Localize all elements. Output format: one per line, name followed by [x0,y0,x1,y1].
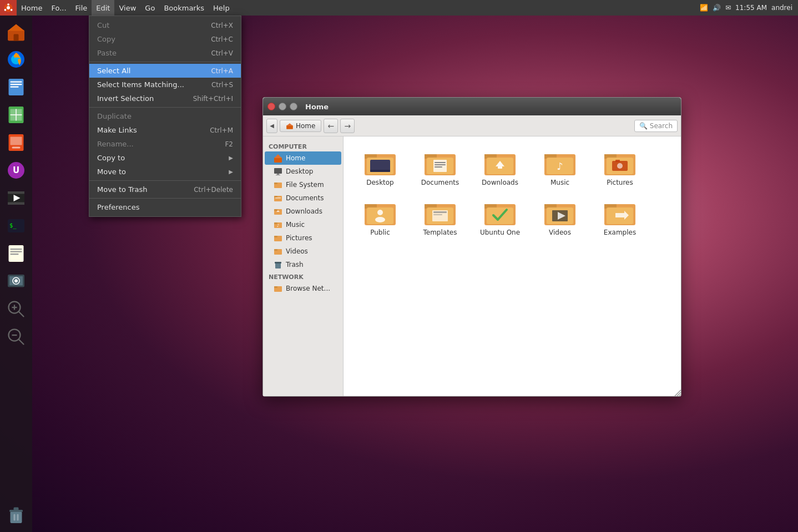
menu-help[interactable]: Help [209,0,234,16]
folder-downloads[interactable]: Downloads [472,145,528,191]
fm-sidebar-toggle[interactable]: ◀ [266,119,277,133]
menu-move-to-trash[interactable]: Move to Trash Ctrl+Delete [89,183,241,196]
sidebar-item-desktop[interactable]: Desktop [265,165,341,178]
svg-line-42 [19,340,24,344]
svg-rect-55 [276,175,280,175]
svg-rect-60 [275,197,281,199]
svg-rect-11 [11,82,22,83]
sidebar-item-network[interactable]: Browse Net... [265,282,341,295]
folder-videos[interactable]: Videos [532,195,588,241]
svg-point-1 [7,6,10,9]
folder-examples[interactable]: Examples [592,195,648,241]
folder-pictures[interactable]: Pictures [592,145,648,191]
sidebar-item-home[interactable]: Home [265,151,341,165]
svg-rect-57 [274,183,277,184]
separator-2 [89,107,241,108]
folder-public[interactable]: Public [352,195,408,241]
menu-move-to[interactable]: Move to ▶ [89,165,241,179]
sidebar-item-music[interactable]: ♪ Music [265,218,341,231]
menu-cut[interactable]: Cut Ctrl+X [89,18,241,32]
launcher-zoom-in[interactable] [3,296,29,322]
menu-edit[interactable]: Edit [92,0,114,16]
sidebar-item-downloads[interactable]: Downloads [265,205,341,218]
launcher-trash[interactable] [3,502,29,528]
launcher-impress[interactable] [3,130,29,155]
launcher-calc[interactable] [3,102,29,128]
menu-preferences[interactable]: Preferences [89,200,241,214]
menu-invert-selection[interactable]: Invert Selection Shift+Ctrl+I [89,92,241,105]
fm-forward-button[interactable]: → [340,119,355,133]
launcher-screenshot[interactable] [3,268,29,294]
folder-music-icon: ♪ [544,150,575,176]
folder-ubuntuone-icon [484,200,516,226]
svg-rect-91 [498,166,502,169]
svg-rect-44 [11,511,22,523]
search-icon: 🔍 [639,122,648,130]
launcher-notes[interactable] [3,241,29,266]
folder-documents-label: Documents [421,179,459,186]
fm-resize-handle[interactable] [673,388,681,396]
folder-documents[interactable]: Documents [412,145,468,191]
folder-music[interactable]: ♪ Music [532,145,588,191]
menu-copy-to[interactable]: Copy to ▶ [89,151,241,165]
launcher-software[interactable]: U [3,158,29,183]
fm-search-box[interactable]: 🔍 Search [634,120,678,132]
folder-pictures-icon [604,150,635,176]
sidebar-pictures-label: Pictures [286,234,312,242]
clock: 11:55 AM [735,4,767,12]
svg-rect-71 [275,263,281,268]
menu-rename[interactable]: Rename... F2 [89,137,241,151]
sidebar-item-trash[interactable]: Trash [265,258,341,271]
folder-desktop[interactable]: Desktop [352,145,408,191]
fm-close-button[interactable] [267,103,275,110]
folder-pictures-label: Pictures [607,179,633,186]
svg-rect-112 [433,214,442,215]
folder-downloads-label: Downloads [482,179,518,186]
svg-rect-13 [11,87,19,88]
sidebar-filesystem-label: File System [286,181,324,189]
menu-file[interactable]: File [71,0,92,16]
menu-select-matching-label: Select Items Matching... [97,80,184,89]
svg-rect-68 [274,236,277,237]
launcher-firefox[interactable] [3,47,29,72]
sidebar-item-documents[interactable]: Documents [265,191,341,205]
menu-duplicate[interactable]: Duplicate [89,109,241,123]
fm-minimize-button[interactable] [279,103,286,110]
launcher-writer[interactable] [3,74,29,100]
svg-point-4 [11,9,13,11]
menu-copy[interactable]: Copy Ctrl+C [89,32,241,46]
menu-fo[interactable]: Fo... [47,0,70,16]
menu-select-matching[interactable]: Select Items Matching... Ctrl+S [89,78,241,92]
sidebar-item-pictures[interactable]: Pictures [265,231,341,245]
svg-text:♪: ♪ [557,160,563,172]
menu-bookmarks[interactable]: Bookmarks [159,0,209,16]
ubuntu-logo[interactable] [0,0,17,16]
svg-rect-72 [275,262,281,264]
menu-view[interactable]: View [114,0,140,16]
folder-ubuntuone[interactable]: Ubuntu One [472,195,528,241]
menu-trash-label: Move to Trash [97,185,148,194]
launcher-movie[interactable] [3,185,29,211]
menu-paste[interactable]: Paste Ctrl+V [89,46,241,60]
sidebar-item-videos[interactable]: Videos [265,245,341,258]
folder-examples-label: Examples [604,229,636,236]
sidebar-music-label: Music [286,221,305,229]
menu-make-links[interactable]: Make Links Ctrl+M [89,123,241,137]
folder-templates[interactable]: Templates [412,195,468,241]
sidebar-item-filesystem[interactable]: File System [265,178,341,191]
launcher-home[interactable] [3,19,29,44]
sidebar-desktop-label: Desktop [286,168,314,175]
separator-1 [89,62,241,62]
menu-select-all[interactable]: Select All Ctrl+A [89,64,241,78]
launcher-terminal[interactable]: $_ [3,213,29,239]
menu-cut-shortcut: Ctrl+X [211,22,233,29]
fm-back-button[interactable]: ← [324,119,338,133]
fm-location-button[interactable]: Home [280,120,321,132]
menu-home[interactable]: Home [17,0,47,16]
fm-title: Home [305,103,329,111]
menu-go[interactable]: Go [140,0,159,16]
menu-move-to-arrow: ▶ [229,169,233,175]
launcher-zoom-out[interactable] [3,324,29,349]
folder-desktop-label: Desktop [366,179,394,186]
fm-maximize-button[interactable] [290,103,297,110]
